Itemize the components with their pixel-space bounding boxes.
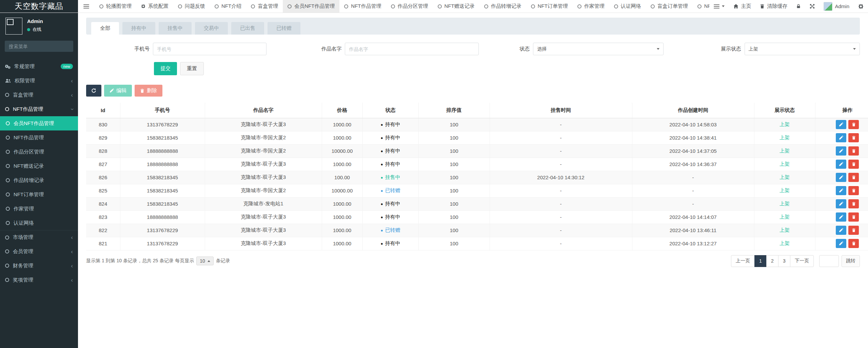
sidebar-subitem[interactable]: 作品分区管理: [0, 145, 78, 159]
page-size-select[interactable]: 10: [196, 257, 214, 265]
tab-item[interactable]: 持有中: [122, 22, 155, 35]
sidebar-subitem[interactable]: 作家管理: [0, 202, 78, 216]
display-status-link[interactable]: 上架: [780, 240, 790, 246]
row-edit-button[interactable]: [836, 212, 846, 222]
row-edit-button[interactable]: [836, 173, 846, 182]
row-edit-button[interactable]: [836, 146, 846, 156]
row-delete-button[interactable]: [848, 173, 859, 182]
display-status-link[interactable]: 上架: [780, 135, 790, 140]
circle-icon: [5, 249, 9, 253]
clear-cache-button[interactable]: 清除缓存: [755, 0, 792, 13]
top-menu-item[interactable]: NFT作品管理: [339, 0, 386, 13]
display-status-link[interactable]: 上架: [780, 187, 790, 193]
top-menu-item[interactable]: 轮播图管理: [95, 0, 136, 13]
tab-active[interactable]: 全部: [91, 22, 119, 35]
sidebar-search-input[interactable]: [8, 43, 71, 49]
display-status-link[interactable]: 上架: [780, 174, 790, 180]
row-edit-button[interactable]: [836, 120, 846, 129]
prev-page-button[interactable]: 上一页: [731, 255, 755, 267]
sidebar-item[interactable]: 权限管理‹: [0, 74, 78, 88]
home-button[interactable]: 主页: [729, 0, 755, 13]
sidebar-item[interactable]: NFT作品管理‹: [0, 102, 78, 116]
sidebar-item[interactable]: 会员管理‹: [0, 244, 78, 259]
display-status-link[interactable]: 上架: [780, 227, 790, 233]
lock-screen-button[interactable]: [792, 0, 805, 13]
row-delete-button[interactable]: [848, 120, 859, 129]
row-delete-button[interactable]: [848, 186, 859, 195]
refresh-button[interactable]: [86, 85, 101, 97]
top-menu-item[interactable]: 问题反馈: [173, 0, 210, 13]
top-menu-item[interactable]: 系统配置: [136, 0, 173, 13]
tab-item[interactable]: 已出售: [231, 22, 264, 35]
sidebar-toggle-button[interactable]: [78, 0, 95, 13]
display-status-select[interactable]: 上架: [745, 43, 860, 55]
row-delete-button[interactable]: [848, 212, 859, 222]
sidebar-item-label: 盲盒管理: [13, 92, 33, 98]
display-status-link[interactable]: 上架: [780, 161, 790, 167]
jump-button[interactable]: 跳转: [842, 255, 860, 267]
table-row: 82113137678229克隆城市-双子大厦31000.00●持有中100-2…: [86, 237, 868, 250]
sidebar-item[interactable]: 市场管理‹: [0, 230, 78, 244]
sidebar-subitem[interactable]: NFT订单管理: [0, 187, 78, 202]
page-button-2[interactable]: 2: [766, 255, 778, 267]
sidebar-item[interactable]: 盲盒管理‹: [0, 88, 78, 102]
submit-button[interactable]: 提交: [154, 62, 177, 75]
sidebar-item[interactable]: 财务管理‹: [0, 259, 78, 273]
row-edit-button[interactable]: [836, 199, 846, 208]
top-menu-item[interactable]: 盲盒订单管理: [646, 0, 693, 13]
row-delete-button[interactable]: [848, 226, 859, 235]
cell-id: 825: [86, 184, 120, 197]
top-menu-item[interactable]: NFT作品订单管理: [693, 0, 710, 13]
top-menu-item[interactable]: 认证网络: [609, 0, 646, 13]
display-status-link[interactable]: 上架: [780, 214, 790, 220]
sidebar-item[interactable]: 奖项管理‹: [0, 273, 78, 287]
fullscreen-button[interactable]: [805, 0, 819, 13]
status-select[interactable]: 选择: [533, 43, 664, 55]
tab-item[interactable]: 交易中: [195, 22, 228, 35]
cell-create_time: 2022-04-10 14:14:07: [632, 210, 754, 224]
tab-item[interactable]: 挂售中: [159, 22, 192, 35]
artwork-name-input[interactable]: [345, 43, 478, 55]
row-edit-button[interactable]: [836, 160, 846, 169]
row-edit-button[interactable]: [836, 133, 846, 142]
cell-status: ●持有中: [362, 210, 418, 224]
row-delete-button[interactable]: [848, 199, 859, 208]
sidebar-item[interactable]: 常规管理new: [0, 59, 78, 74]
top-menu-item[interactable]: NFT介绍: [210, 0, 246, 13]
page-button-3[interactable]: 3: [778, 255, 790, 267]
page-button-1[interactable]: 1: [754, 255, 767, 267]
top-menu-item[interactable]: 作品转增记录: [479, 0, 526, 13]
sidebar-subitem[interactable]: NFT赠送记录: [0, 159, 78, 173]
delete-button[interactable]: 删除: [135, 85, 162, 97]
top-menu-item[interactable]: 作家管理: [573, 0, 609, 13]
edit-button[interactable]: 编辑: [104, 85, 132, 97]
top-menu-item[interactable]: 会员NFT作品管理: [283, 0, 339, 13]
status-dot-icon: ●: [380, 228, 383, 232]
sidebar-subitem[interactable]: 作品转增记录: [0, 173, 78, 187]
top-menu-item[interactable]: NFT订单管理: [526, 0, 573, 13]
sidebar-subitem[interactable]: 会员NFT作品管理: [0, 116, 78, 130]
display-status-link[interactable]: 上架: [780, 201, 790, 206]
row-delete-button[interactable]: [848, 239, 859, 248]
display-status-link[interactable]: 上架: [780, 148, 790, 153]
row-edit-button[interactable]: [836, 226, 846, 235]
row-edit-button[interactable]: [836, 239, 846, 248]
row-delete-button[interactable]: [848, 133, 859, 142]
top-menu-item[interactable]: 作品分区管理: [386, 0, 433, 13]
display-status-link[interactable]: 上架: [780, 121, 790, 127]
user-menu[interactable]: Admin: [819, 0, 854, 13]
row-edit-button[interactable]: [836, 186, 846, 195]
row-delete-button[interactable]: [848, 160, 859, 169]
reset-button[interactable]: 重置: [180, 62, 204, 75]
jump-page-input[interactable]: [819, 255, 839, 267]
row-delete-button[interactable]: [848, 146, 859, 156]
top-menu-item[interactable]: NFT赠送记录: [433, 0, 479, 13]
menu-list-dropdown[interactable]: [709, 0, 729, 13]
phone-input[interactable]: [153, 43, 267, 55]
settings-button[interactable]: [854, 0, 868, 13]
sidebar-subitem[interactable]: NFT作品管理: [0, 130, 78, 145]
top-menu-item[interactable]: 盲盒管理: [246, 0, 283, 13]
next-page-button[interactable]: 下一页: [790, 255, 814, 267]
sidebar-subitem[interactable]: 认证网络: [0, 216, 78, 230]
tab-item[interactable]: 已转赠: [268, 22, 300, 35]
